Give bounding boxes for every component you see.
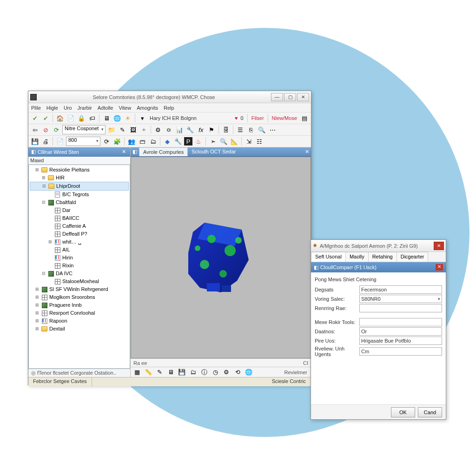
fx-icon[interactable]: fx: [196, 125, 205, 134]
close-button[interactable]: ✕: [297, 93, 309, 101]
refresh-icon[interactable]: ⟳: [102, 137, 111, 146]
new-label[interactable]: Nlew/Mose: [271, 115, 298, 121]
tree-item[interactable]: ⊟LhiprDroot: [30, 182, 129, 191]
pencil-icon[interactable]: ✎: [155, 368, 164, 377]
menu-item[interactable]: Plile: [31, 105, 41, 111]
pin-icon[interactable]: ◧: [31, 149, 36, 155]
tree-nav-label[interactable]: Mawd: [28, 157, 130, 165]
save-icon[interactable]: 💾: [30, 137, 40, 146]
tool-icon[interactable]: ☷: [255, 137, 264, 146]
layers-icon[interactable]: 🗂: [148, 137, 158, 146]
db-icon[interactable]: 🗄: [221, 125, 231, 134]
tree-item[interactable]: BAIICC: [30, 214, 129, 222]
section-close-icon[interactable]: ✕: [436, 264, 443, 271]
doc-icon[interactable]: 📄: [55, 137, 65, 146]
tree-item[interactable]: Hirin: [30, 254, 129, 262]
menu-item[interactable]: Jrarbir: [78, 105, 92, 111]
minimize-button[interactable]: —: [271, 93, 283, 101]
tool-icon[interactable]: ➣: [208, 137, 218, 146]
tool-icon[interactable]: ⛭: [164, 125, 173, 134]
combo-zoom[interactable]: 800: [66, 137, 100, 146]
square-icon[interactable]: P: [184, 137, 192, 145]
tree-item[interactable]: ⊞Dextail: [30, 325, 129, 333]
tool-icon[interactable]: ⚙: [153, 125, 163, 134]
tree-item[interactable]: ⊞Ressiolie Pieltans: [30, 166, 129, 174]
twisty-icon[interactable]: ⊞: [41, 174, 46, 181]
twisty-icon[interactable]: ⊞: [34, 325, 40, 332]
main-titlebar[interactable]: Selore Comntories (8.5.98° dectogore) WM…: [28, 91, 311, 103]
menu-item[interactable]: Adtolle: [98, 105, 113, 111]
picture-icon[interactable]: 🖼: [128, 125, 138, 134]
tab-viewport[interactable]: Sclouth OCT Sedar: [188, 147, 239, 156]
menu-item[interactable]: Vitew: [119, 105, 131, 111]
bottom-tab[interactable]: Febrclor Setgee Cavtes: [28, 377, 92, 386]
field-input[interactable]: S80NR0: [359, 295, 442, 303]
field-input[interactable]: Cm: [359, 347, 442, 356]
maximize-button[interactable]: ▢: [284, 93, 296, 101]
twisty-icon[interactable]: ⊟: [41, 270, 46, 277]
menu-item[interactable]: Amognits: [137, 105, 158, 111]
menu-item[interactable]: Relp: [164, 105, 174, 111]
twisty-icon[interactable]: ⊞: [47, 238, 53, 245]
menu-item[interactable]: Uro: [64, 105, 72, 111]
field-input[interactable]: [359, 304, 442, 312]
tree-item[interactable]: B/C Tegrots: [30, 191, 129, 198]
save-icon[interactable]: 💾: [177, 368, 186, 377]
twisty-icon[interactable]: ⊞: [34, 317, 40, 324]
tool-icon[interactable]: 🧩: [112, 137, 122, 146]
close-panel-icon[interactable]: ✕: [120, 149, 127, 155]
dialog-tab[interactable]: Seft Usonal: [311, 252, 346, 262]
copy-icon[interactable]: ⎘: [246, 125, 256, 134]
diamond-icon[interactable]: ◆: [163, 137, 172, 146]
folder-icon[interactable]: 📁: [107, 125, 116, 134]
twisty-icon[interactable]: ⊟: [41, 183, 46, 190]
field-input[interactable]: Fecermson: [359, 285, 442, 294]
field-input[interactable]: Hrigasate Bue Potfblo: [359, 337, 442, 345]
edit-icon[interactable]: ✎: [118, 125, 127, 134]
close-tab-icon[interactable]: ✕: [303, 147, 311, 156]
grid-icon[interactable]: ▦: [132, 368, 142, 377]
tree-item[interactable]: Caffenie A: [30, 222, 129, 230]
sun-icon[interactable]: ☀: [123, 113, 132, 123]
clock-icon[interactable]: ◷: [211, 368, 220, 377]
globe-icon[interactable]: 🌐: [244, 368, 253, 377]
tree-item[interactable]: ⊟Cbaltfald: [30, 198, 129, 206]
dialog-tab[interactable]: Dicgearter: [397, 252, 429, 262]
tag-icon[interactable]: 🏷: [87, 113, 97, 123]
cancel-icon[interactable]: ⊘: [41, 125, 50, 134]
tree-item[interactable]: ⊞Praguere Innb: [30, 301, 129, 309]
twisty-icon[interactable]: ⊟: [41, 199, 46, 206]
screen-icon[interactable]: 🖥: [102, 113, 111, 123]
pin-icon[interactable]: ◧: [131, 147, 139, 156]
tree-item[interactable]: AIL: [30, 246, 129, 254]
back-icon[interactable]: ⇦: [30, 125, 40, 134]
ok-button[interactable]: OK: [391, 407, 415, 417]
tree-item[interactable]: ⊞SI SF VWinln Rehrgenerd: [30, 285, 129, 293]
tree-item[interactable]: ⊞HIR: [30, 174, 129, 182]
gear-icon[interactable]: ⚙: [222, 368, 231, 377]
search-icon[interactable]: 🔍: [257, 125, 266, 134]
db-icon[interactable]: 🗃: [138, 137, 147, 146]
twisty-icon[interactable]: ⊞: [34, 286, 40, 293]
cancel-button[interactable]: Cand: [418, 407, 442, 417]
flag-icon[interactable]: ⚑: [207, 125, 216, 134]
menu-item[interactable]: Higle: [46, 105, 58, 111]
fire-icon[interactable]: ♨: [194, 137, 203, 146]
filter-label[interactable]: Filser: [250, 115, 265, 121]
chart-icon[interactable]: 📊: [175, 125, 184, 134]
3d-viewport[interactable]: [131, 157, 311, 358]
screen-icon[interactable]: 🖥: [166, 368, 175, 377]
sync-icon[interactable]: ⟲: [233, 368, 242, 377]
overflow-icon[interactable]: ▤: [300, 113, 309, 123]
wrench-icon[interactable]: 🔧: [173, 137, 183, 146]
dialog-close-button[interactable]: ✕: [434, 242, 444, 250]
tree-item[interactable]: Deffeall P?: [30, 230, 129, 238]
ruler-icon[interactable]: 📏: [144, 368, 153, 377]
tree-item[interactable]: ⊞whit… ␣: [30, 238, 129, 246]
info-icon[interactable]: ⓘ: [199, 368, 209, 377]
people-icon[interactable]: 👥: [127, 137, 136, 146]
check2-icon[interactable]: ✔: [41, 113, 50, 123]
dialog-tab[interactable]: Maolly: [345, 252, 369, 262]
layers-icon[interactable]: 🗂: [188, 368, 198, 377]
tree-item[interactable]: ⊞Moglkom Sroorobns: [30, 293, 129, 301]
